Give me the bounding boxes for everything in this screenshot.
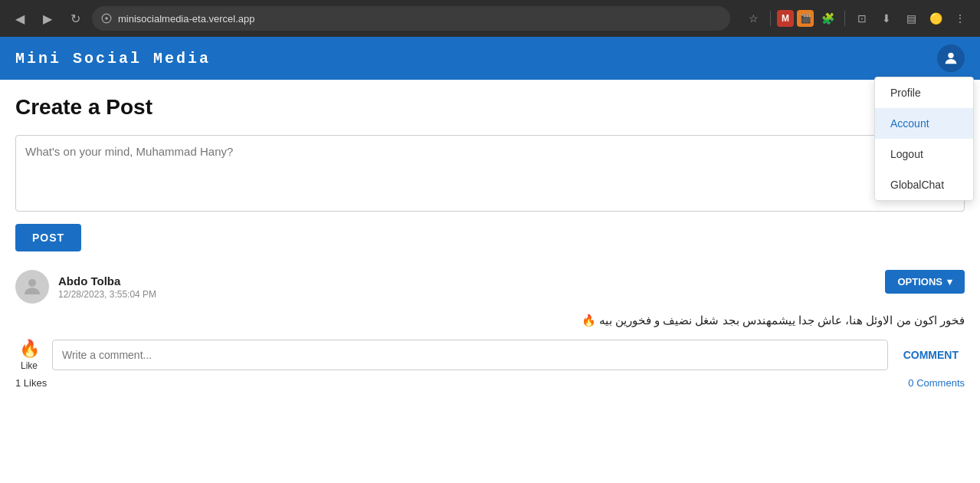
address-bar[interactable]: minisocialmedia-eta.vercel.app — [92, 6, 730, 31]
cast-button[interactable]: ⊡ — [851, 8, 873, 29]
forward-button[interactable]: ▶ — [37, 8, 58, 29]
post-footer: 1 Likes 0 Comments — [15, 377, 965, 389]
chevron-down-icon: ▾ — [947, 276, 952, 288]
post-author: Abdo Tolba 12/28/2023, 3:55:04 PM — [15, 270, 156, 304]
toolbar-divider — [770, 11, 771, 26]
post-content: فخور اكون من الاوئل هنا، عاش جدا ييشمهند… — [15, 311, 965, 330]
svg-point-1 — [105, 17, 108, 20]
app-title: Mini Social Media — [15, 50, 211, 67]
profile-button[interactable]: 🟡 — [925, 8, 946, 29]
page-title: Create a Post — [15, 95, 965, 120]
comment-section: 🔥 Like COMMENT — [15, 339, 965, 371]
like-button[interactable]: 🔥 Like — [15, 339, 43, 371]
post-textarea[interactable] — [15, 135, 965, 212]
browser-toolbar: ☆ M 🎬 🧩 ⊡ ⬇ ▤ 🟡 ⋮ — [742, 8, 971, 29]
user-icon — [942, 50, 959, 67]
main-content: Create a Post POST Abdo Tolba 12/28/2023… — [0, 80, 980, 483]
toolbar-divider-2 — [844, 11, 845, 26]
ext-icon-2[interactable]: 🎬 — [797, 10, 814, 27]
like-label: Like — [21, 360, 38, 371]
menu-button[interactable]: ⋮ — [949, 8, 971, 29]
app-header: Mini Social Media Profile Account Logout… — [0, 37, 980, 80]
star-button[interactable]: ☆ — [742, 8, 764, 29]
post-header: Abdo Tolba 12/28/2023, 3:55:04 PM OPTION… — [15, 270, 965, 304]
dropdown-item-account[interactable]: Account — [875, 108, 973, 139]
dropdown-item-logout[interactable]: Logout — [875, 139, 973, 169]
comments-count[interactable]: 0 Comments — [908, 377, 965, 389]
svg-point-2 — [948, 53, 953, 58]
extensions-button[interactable]: 🧩 — [817, 8, 838, 29]
refresh-button[interactable]: ↻ — [64, 8, 86, 29]
avatar — [15, 270, 49, 304]
dropdown-item-profile[interactable]: Profile — [875, 77, 973, 108]
sidebar-button[interactable]: ▤ — [900, 8, 922, 29]
user-dropdown-menu: Profile Account Logout GlobalChat — [874, 77, 974, 201]
back-button[interactable]: ◀ — [9, 8, 31, 29]
author-avatar-icon — [21, 275, 44, 298]
post-card: Abdo Tolba 12/28/2023, 3:55:04 PM OPTION… — [15, 270, 965, 389]
post-button[interactable]: POST — [15, 224, 81, 251]
download-button[interactable]: ⬇ — [876, 8, 897, 29]
comment-button[interactable]: COMMENT — [897, 349, 965, 361]
security-icon — [101, 13, 112, 24]
author-info: Abdo Tolba 12/28/2023, 3:55:04 PM — [58, 274, 156, 300]
dropdown-item-globalchat[interactable]: GlobalChat — [875, 169, 973, 200]
author-name: Abdo Tolba — [58, 274, 156, 288]
user-avatar-button[interactable] — [937, 44, 965, 72]
likes-count: 1 Likes — [15, 377, 47, 389]
like-emoji: 🔥 — [19, 339, 40, 359]
options-button[interactable]: OPTIONS ▾ — [885, 270, 965, 294]
comment-input[interactable] — [52, 340, 888, 370]
ext-icon-1[interactable]: M — [777, 10, 794, 27]
svg-point-3 — [28, 279, 36, 287]
browser-chrome: ◀ ▶ ↻ minisocialmedia-eta.vercel.app ☆ M… — [0, 0, 980, 37]
url-display: minisocialmedia-eta.vercel.app — [118, 13, 721, 25]
post-time: 12/28/2023, 3:55:04 PM — [58, 289, 156, 300]
